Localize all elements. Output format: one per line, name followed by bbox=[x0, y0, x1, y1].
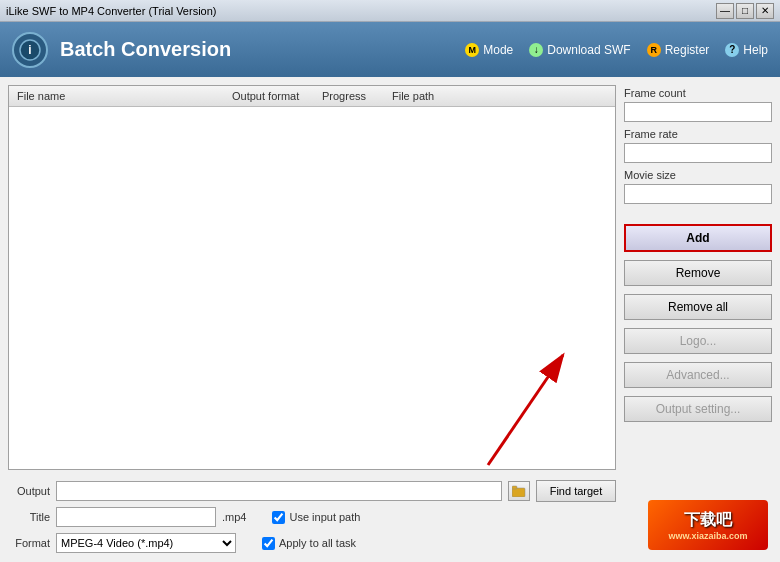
frame-rate-section: Frame rate bbox=[624, 128, 772, 163]
register-nav-item[interactable]: R Register bbox=[647, 43, 710, 57]
output-setting-button[interactable]: Output setting... bbox=[624, 396, 772, 422]
movie-size-section: Movie size bbox=[624, 169, 772, 204]
apply-all-label: Apply to all task bbox=[279, 537, 356, 549]
logo-button[interactable]: Logo... bbox=[624, 328, 772, 354]
frame-rate-input[interactable] bbox=[624, 143, 772, 163]
watermark-text1: 下载吧 bbox=[684, 510, 732, 531]
frame-rate-label: Frame rate bbox=[624, 128, 772, 140]
right-panel: Frame count Frame rate Movie size Add Re… bbox=[624, 85, 772, 554]
minimize-button[interactable]: — bbox=[716, 3, 734, 19]
format-label: Format bbox=[8, 537, 50, 549]
toolbar-nav: M Mode ↓ Download SWF R Register ? Help bbox=[465, 43, 768, 57]
format-row: Format MPEG-4 Video (*.mp4) AVI Video (*… bbox=[8, 532, 616, 554]
download-swf-nav-item[interactable]: ↓ Download SWF bbox=[529, 43, 630, 57]
remove-all-button[interactable]: Remove all bbox=[624, 294, 772, 320]
mode-nav-item[interactable]: M Mode bbox=[465, 43, 513, 57]
mode-icon: M bbox=[465, 43, 479, 57]
download-icon: ↓ bbox=[529, 43, 543, 57]
help-icon: ? bbox=[725, 43, 739, 57]
output-input[interactable] bbox=[56, 481, 502, 501]
main-area: File name Output format Progress File pa… bbox=[0, 77, 780, 562]
content-area: File name Output format Progress File pa… bbox=[8, 85, 772, 554]
file-panel: File name Output format Progress File pa… bbox=[8, 85, 616, 554]
toolbar-title: Batch Conversion bbox=[60, 38, 453, 61]
movie-size-label: Movie size bbox=[624, 169, 772, 181]
window-controls[interactable]: — □ ✕ bbox=[716, 3, 774, 19]
app-logo: i bbox=[12, 32, 48, 68]
frame-count-section: Frame count bbox=[624, 87, 772, 122]
col-format: Output format bbox=[232, 90, 322, 102]
format-select[interactable]: MPEG-4 Video (*.mp4) AVI Video (*.avi) F… bbox=[56, 533, 236, 553]
movie-size-input[interactable] bbox=[624, 184, 772, 204]
find-target-button[interactable]: Find target bbox=[536, 480, 616, 502]
col-filename: File name bbox=[17, 90, 232, 102]
use-input-path-label: Use input path bbox=[289, 511, 360, 523]
maximize-button[interactable]: □ bbox=[736, 3, 754, 19]
col-progress: Progress bbox=[322, 90, 392, 102]
col-filepath: File path bbox=[392, 90, 607, 102]
file-table-body bbox=[9, 107, 615, 466]
frame-count-label: Frame count bbox=[624, 87, 772, 99]
svg-rect-3 bbox=[512, 486, 517, 489]
title-label: Title bbox=[8, 511, 50, 523]
output-row: Output Find target bbox=[8, 480, 616, 502]
svg-rect-2 bbox=[512, 488, 525, 497]
remove-button[interactable]: Remove bbox=[624, 260, 772, 286]
svg-text:i: i bbox=[28, 43, 31, 57]
extension-label: .mp4 bbox=[222, 511, 246, 523]
add-button[interactable]: Add bbox=[624, 224, 772, 252]
use-input-path-row: Use input path bbox=[272, 511, 360, 524]
watermark: 下载吧 www.xiazaiba.com bbox=[648, 500, 768, 550]
mode-label: Mode bbox=[483, 43, 513, 57]
browse-button[interactable] bbox=[508, 481, 530, 501]
apply-all-row: Apply to all task bbox=[262, 537, 356, 550]
download-label: Download SWF bbox=[547, 43, 630, 57]
help-label: Help bbox=[743, 43, 768, 57]
output-label: Output bbox=[8, 485, 50, 497]
title-input[interactable] bbox=[56, 507, 216, 527]
watermark-text2: www.xiazaiba.com bbox=[668, 531, 747, 541]
apply-all-checkbox[interactable] bbox=[262, 537, 275, 550]
window-title: iLike SWF to MP4 Converter (Trial Versio… bbox=[6, 5, 216, 17]
file-table-header: File name Output format Progress File pa… bbox=[9, 86, 615, 107]
help-nav-item[interactable]: ? Help bbox=[725, 43, 768, 57]
use-input-path-checkbox[interactable] bbox=[272, 511, 285, 524]
register-label: Register bbox=[665, 43, 710, 57]
title-bar: iLike SWF to MP4 Converter (Trial Versio… bbox=[0, 0, 780, 22]
file-table-container: File name Output format Progress File pa… bbox=[8, 85, 616, 470]
close-button[interactable]: ✕ bbox=[756, 3, 774, 19]
bottom-controls: Output Find target Title .mp4 bbox=[8, 476, 616, 554]
advanced-button[interactable]: Advanced... bbox=[624, 362, 772, 388]
frame-count-input[interactable] bbox=[624, 102, 772, 122]
register-icon: R bbox=[647, 43, 661, 57]
toolbar: i Batch Conversion M Mode ↓ Download SWF… bbox=[0, 22, 780, 77]
title-row: Title .mp4 Use input path bbox=[8, 506, 616, 528]
